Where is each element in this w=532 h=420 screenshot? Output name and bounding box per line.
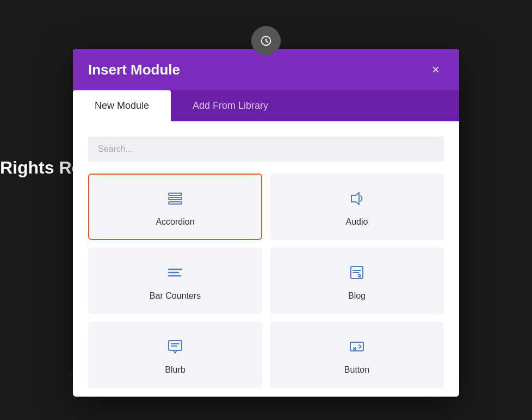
- accordion-icon: [166, 190, 184, 209]
- module-item-accordion[interactable]: Accordion: [88, 174, 262, 240]
- svg-marker-4: [351, 193, 359, 205]
- module-label-blurb: Blurb: [165, 365, 185, 375]
- module-item-blurb[interactable]: Blurb: [88, 322, 262, 388]
- module-label-accordion: Accordion: [156, 217, 194, 227]
- svg-rect-0: [169, 193, 182, 195]
- tab-new-module[interactable]: New Module: [73, 90, 171, 121]
- modal-body: Accordion Audio: [73, 121, 459, 397]
- audio-icon: [348, 190, 366, 209]
- button-module-icon: [348, 338, 366, 357]
- module-grid: Accordion Audio: [88, 174, 444, 388]
- back-button[interactable]: [251, 26, 281, 55]
- blurb-icon: [166, 338, 184, 357]
- svg-rect-2: [169, 202, 182, 204]
- svg-rect-1: [169, 197, 182, 200]
- blog-icon: [348, 264, 366, 283]
- tab-add-from-library[interactable]: Add From Library: [171, 90, 290, 121]
- bar-counters-icon: [166, 264, 184, 283]
- modal-title: Insert Module: [88, 61, 180, 78]
- module-item-bar-counters[interactable]: Bar Counters: [88, 248, 262, 314]
- close-button[interactable]: ×: [428, 61, 444, 78]
- svg-rect-11: [169, 341, 182, 350]
- search-input[interactable]: [88, 137, 444, 162]
- module-label-bar-counters: Bar Counters: [150, 291, 201, 301]
- module-label-audio: Audio: [346, 217, 368, 227]
- module-label-blog: Blog: [348, 291, 366, 301]
- module-label-button: Button: [344, 365, 369, 375]
- module-item-blog[interactable]: Blog: [270, 248, 444, 314]
- search-container: [88, 137, 444, 162]
- insert-module-modal: Insert Module × New Module Add From Libr…: [73, 49, 459, 397]
- module-item-button[interactable]: Button: [270, 322, 444, 388]
- back-icon: [260, 35, 272, 47]
- modal-tabs: New Module Add From Library: [73, 90, 459, 121]
- module-item-audio[interactable]: Audio: [270, 174, 444, 240]
- modal-overlay: Insert Module × New Module Add From Libr…: [0, 0, 532, 420]
